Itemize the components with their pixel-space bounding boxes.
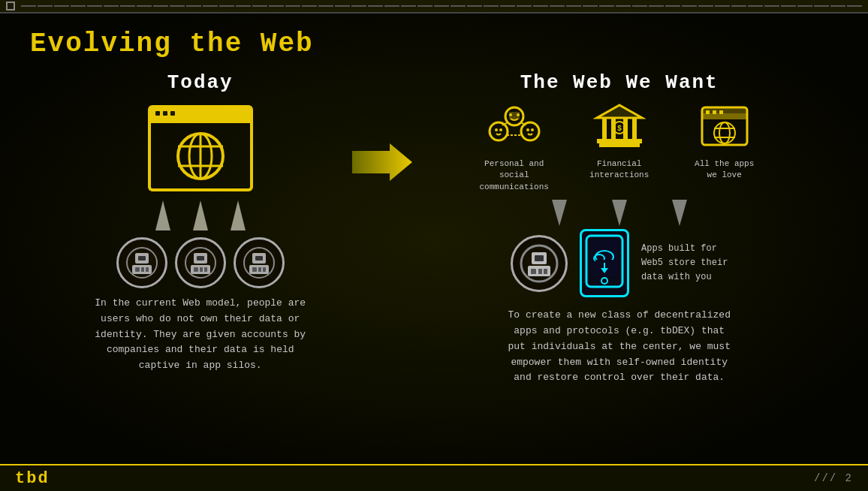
svg-rect-64 bbox=[719, 110, 723, 114]
social-icon-block: Personal and social communications bbox=[473, 101, 556, 193]
svg-rect-32 bbox=[252, 267, 257, 272]
apps-icon-block: All the apps we love bbox=[683, 101, 766, 193]
svg-point-66 bbox=[719, 122, 730, 143]
user-icon-1 bbox=[116, 237, 167, 288]
svg-marker-11 bbox=[155, 200, 170, 230]
svg-rect-54 bbox=[632, 118, 637, 139]
svg-rect-16 bbox=[138, 256, 146, 261]
svg-rect-61 bbox=[702, 113, 747, 119]
svg-point-41 bbox=[495, 128, 498, 131]
svg-marker-50 bbox=[597, 105, 642, 118]
left-column: Today bbox=[30, 71, 385, 447]
social-icon-label: Personal and social communications bbox=[473, 158, 556, 193]
svg-rect-25 bbox=[194, 267, 198, 272]
financial-icon-label: Financial interactions bbox=[589, 158, 649, 182]
window-square bbox=[6, 2, 15, 11]
svg-point-42 bbox=[499, 128, 502, 131]
svg-point-44 bbox=[526, 128, 529, 131]
svg-rect-4 bbox=[163, 111, 167, 116]
right-icons-row: Personal and social communications bbox=[473, 101, 766, 193]
svg-rect-23 bbox=[197, 256, 204, 261]
svg-rect-74 bbox=[535, 255, 544, 261]
arrows-up bbox=[155, 200, 246, 230]
phone-icon bbox=[580, 229, 629, 297]
svg-rect-26 bbox=[200, 267, 203, 272]
svg-marker-71 bbox=[672, 200, 687, 226]
top-bar-decoration bbox=[21, 5, 862, 7]
bottom-logo: tbd bbox=[15, 469, 50, 488]
svg-point-45 bbox=[531, 128, 534, 131]
svg-rect-63 bbox=[713, 110, 716, 114]
svg-rect-33 bbox=[258, 267, 261, 272]
user-icon-3 bbox=[234, 237, 285, 288]
left-description: In the current Web model, people are use… bbox=[95, 296, 306, 374]
svg-rect-78 bbox=[544, 269, 547, 274]
apps-icon-label: All the apps we love bbox=[695, 158, 754, 182]
page-number: /// 2 bbox=[814, 472, 853, 484]
svg-rect-20 bbox=[146, 267, 149, 272]
main-content: Evolving the Web Today bbox=[0, 14, 868, 464]
columns-layout: Today bbox=[30, 71, 838, 447]
svg-rect-77 bbox=[538, 269, 542, 274]
svg-rect-5 bbox=[170, 111, 175, 116]
svg-rect-62 bbox=[706, 110, 710, 114]
svg-rect-2 bbox=[149, 116, 252, 123]
svg-rect-30 bbox=[255, 256, 263, 261]
svg-point-40 bbox=[490, 122, 508, 140]
svg-marker-69 bbox=[552, 200, 567, 226]
bottom-right-row: Apps built for Web5 store their data wit… bbox=[511, 229, 728, 297]
svg-rect-3 bbox=[155, 111, 160, 116]
svg-marker-12 bbox=[193, 200, 208, 230]
right-section-title: The Web We Want bbox=[520, 71, 719, 94]
svg-point-39 bbox=[517, 113, 520, 116]
svg-marker-13 bbox=[231, 200, 246, 230]
svg-point-38 bbox=[509, 113, 512, 116]
bottom-bar: tbd /// 2 bbox=[0, 464, 868, 491]
right-column: The Web We Want bbox=[385, 71, 838, 447]
svg-rect-18 bbox=[135, 267, 140, 272]
svg-point-86 bbox=[601, 278, 607, 284]
svg-point-65 bbox=[714, 122, 735, 143]
center-user-icon bbox=[511, 235, 568, 292]
left-section-title: Today bbox=[167, 71, 234, 94]
browser-icon bbox=[148, 105, 253, 191]
svg-rect-56 bbox=[599, 143, 640, 147]
svg-rect-55 bbox=[597, 139, 642, 143]
arrows-down-row bbox=[552, 200, 687, 226]
user-icon-2 bbox=[175, 237, 226, 288]
page-title: Evolving the Web bbox=[30, 29, 838, 59]
apps-built-label: Apps built for Web5 store their data wit… bbox=[641, 242, 728, 285]
svg-rect-76 bbox=[531, 269, 536, 274]
svg-rect-19 bbox=[141, 267, 144, 272]
users-row bbox=[116, 237, 285, 288]
right-description: To create a new class of decentralized a… bbox=[508, 308, 730, 386]
financial-icon-block: $ Financial interactions bbox=[578, 101, 661, 193]
top-bar bbox=[0, 0, 868, 14]
svg-rect-27 bbox=[204, 267, 207, 272]
svg-rect-34 bbox=[263, 267, 266, 272]
svg-rect-51 bbox=[602, 118, 607, 139]
svg-marker-70 bbox=[612, 200, 627, 226]
svg-text:$: $ bbox=[617, 125, 622, 133]
